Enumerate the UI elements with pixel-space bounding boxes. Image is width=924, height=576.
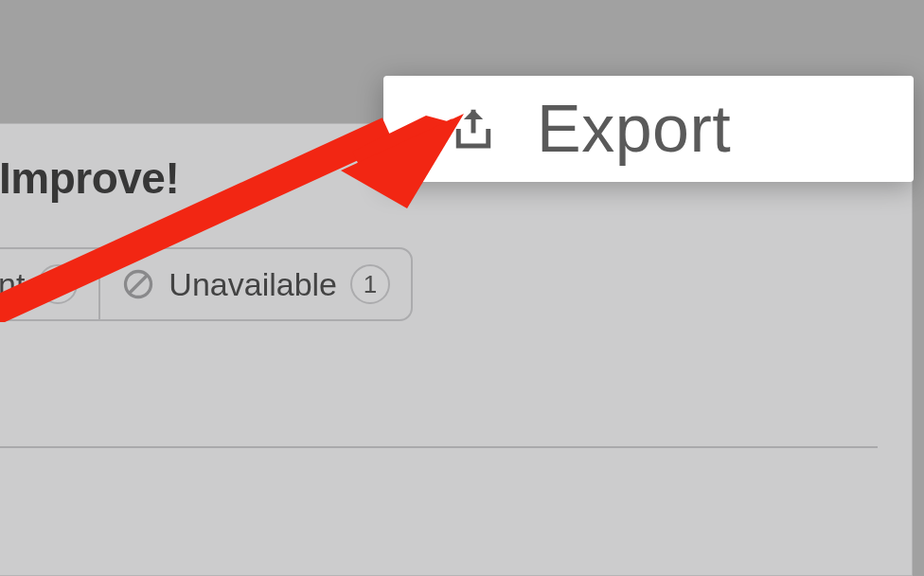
- filter-count-left: 7: [38, 264, 78, 304]
- filter-count-right: 1: [350, 264, 390, 304]
- export-button[interactable]: Export: [383, 76, 914, 182]
- filter-pill-partial[interactable]: nt 7: [0, 247, 98, 321]
- filter-label-unavailable: Unavailable: [169, 266, 337, 303]
- filter-group: nt 7 Unavailable 1: [0, 247, 413, 321]
- export-icon: [448, 103, 499, 154]
- divider: [0, 446, 878, 448]
- page-heading: Improve!: [0, 153, 179, 204]
- export-label: Export: [537, 91, 731, 167]
- prohibit-icon: [121, 267, 155, 301]
- svg-line-1: [130, 276, 147, 293]
- filter-pill-unavailable[interactable]: Unavailable 1: [98, 247, 413, 321]
- content-panel: Improve! nt 7 Unavailable 1: [0, 123, 913, 576]
- filter-label-fragment: nt: [0, 266, 25, 303]
